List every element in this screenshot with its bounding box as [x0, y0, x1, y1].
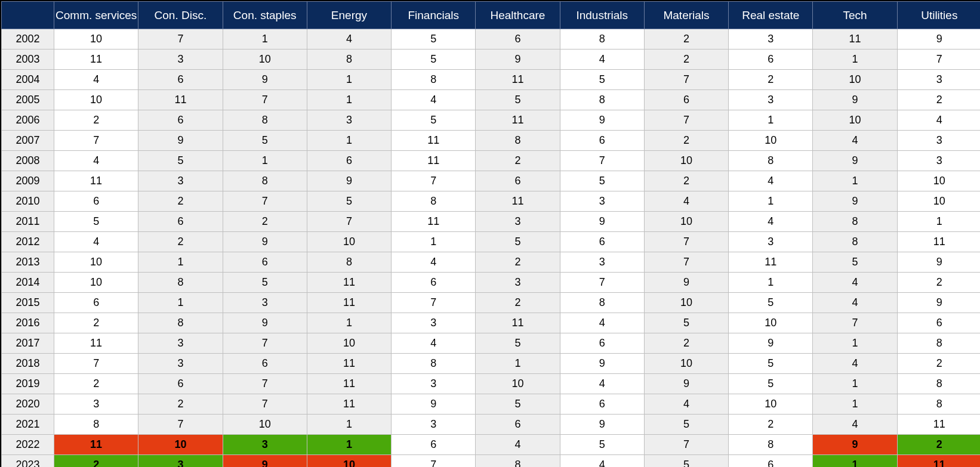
data-cell: 5: [138, 151, 223, 171]
data-cell: 9: [223, 232, 307, 252]
data-cell: 4: [476, 435, 560, 455]
data-cell: 8: [560, 29, 644, 50]
data-cell: 5: [729, 354, 813, 374]
data-cell: 9: [223, 455, 307, 468]
data-cell: 3: [138, 354, 223, 374]
year-label: 2003: [2, 50, 54, 70]
data-cell: 2: [897, 354, 980, 374]
data-cell: 8: [813, 212, 897, 232]
data-cell: 9: [729, 333, 813, 354]
data-cell: 10: [644, 354, 728, 374]
data-cell: 10: [307, 333, 391, 354]
column-header: Materials: [644, 2, 728, 29]
data-cell: 3: [223, 435, 307, 455]
data-cell: 2: [729, 70, 813, 90]
data-cell: 9: [560, 354, 644, 374]
data-cell: 11: [476, 313, 560, 333]
data-cell: 11: [392, 212, 476, 232]
data-cell: 7: [223, 333, 307, 354]
data-cell: 2: [54, 313, 138, 333]
table-row: 20115627113910481: [2, 212, 981, 232]
data-cell: 9: [392, 394, 476, 415]
data-cell: 6: [138, 374, 223, 394]
data-cell: 1: [307, 415, 391, 435]
data-cell: 1: [813, 374, 897, 394]
data-cell: 4: [392, 90, 476, 110]
data-cell: 10: [307, 455, 391, 468]
data-cell: 4: [644, 394, 728, 415]
data-cell: 1: [813, 455, 897, 468]
data-cell: 5: [644, 415, 728, 435]
data-cell: 3: [897, 151, 980, 171]
table-row: 20051011714586392: [2, 90, 981, 110]
data-cell: 11: [138, 90, 223, 110]
table-row: 20232391078456111: [2, 455, 981, 468]
data-cell: 10: [54, 252, 138, 273]
data-cell: 8: [54, 415, 138, 435]
data-cell: 9: [644, 273, 728, 293]
data-cell: 6: [138, 110, 223, 131]
data-cell: 4: [392, 252, 476, 273]
table-row: 20084516112710893: [2, 151, 981, 171]
data-cell: 5: [644, 455, 728, 468]
column-header: Comm. services: [54, 2, 138, 29]
data-cell: 2: [476, 252, 560, 273]
data-cell: 8: [897, 333, 980, 354]
data-cell: 1: [223, 151, 307, 171]
data-cell: 10: [729, 131, 813, 151]
data-cell: 11: [307, 273, 391, 293]
data-cell: 3: [729, 232, 813, 252]
data-cell: 2: [644, 29, 728, 50]
data-cell: 10: [729, 394, 813, 415]
data-cell: 4: [560, 455, 644, 468]
data-cell: 11: [897, 232, 980, 252]
data-cell: 5: [392, 110, 476, 131]
year-label: 2017: [2, 333, 54, 354]
data-cell: 11: [897, 455, 980, 468]
data-cell: 7: [644, 232, 728, 252]
data-cell: 1: [729, 191, 813, 212]
data-cell: 3: [476, 273, 560, 293]
data-cell: 4: [813, 415, 897, 435]
data-cell: 8: [392, 354, 476, 374]
data-cell: 3: [307, 110, 391, 131]
data-cell: 6: [54, 191, 138, 212]
data-cell: 1: [307, 131, 391, 151]
data-cell: 1: [223, 29, 307, 50]
data-cell: 3: [138, 50, 223, 70]
data-cell: 4: [560, 50, 644, 70]
data-cell: 5: [223, 273, 307, 293]
data-cell: 5: [476, 333, 560, 354]
year-label: 2004: [2, 70, 54, 90]
data-cell: 10: [729, 313, 813, 333]
data-cell: 10: [54, 29, 138, 50]
data-cell: 9: [138, 131, 223, 151]
data-cell: 10: [813, 70, 897, 90]
data-cell: 1: [813, 50, 897, 70]
data-cell: 8: [729, 435, 813, 455]
data-cell: 1: [729, 110, 813, 131]
data-cell: 11: [729, 252, 813, 273]
table-row: 20192671131049518: [2, 374, 981, 394]
year-label: 2008: [2, 151, 54, 171]
data-cell: 3: [897, 131, 980, 151]
data-cell: 11: [813, 29, 897, 50]
year-label: 2011: [2, 212, 54, 232]
data-cell: 8: [897, 374, 980, 394]
data-cell: 5: [476, 90, 560, 110]
data-cell: 9: [223, 313, 307, 333]
data-cell: 8: [897, 394, 980, 415]
data-cell: 7: [644, 110, 728, 131]
data-cell: 11: [392, 131, 476, 151]
data-cell: 8: [223, 171, 307, 191]
data-cell: 11: [307, 394, 391, 415]
data-cell: 8: [560, 293, 644, 313]
data-cell: 5: [392, 50, 476, 70]
data-cell: 4: [897, 110, 980, 131]
data-cell: 9: [813, 191, 897, 212]
data-cell: 9: [307, 171, 391, 191]
data-cell: 2: [644, 50, 728, 70]
table-row: 20162891311451076: [2, 313, 981, 333]
data-cell: 4: [813, 131, 897, 151]
column-header: Financials: [392, 2, 476, 29]
